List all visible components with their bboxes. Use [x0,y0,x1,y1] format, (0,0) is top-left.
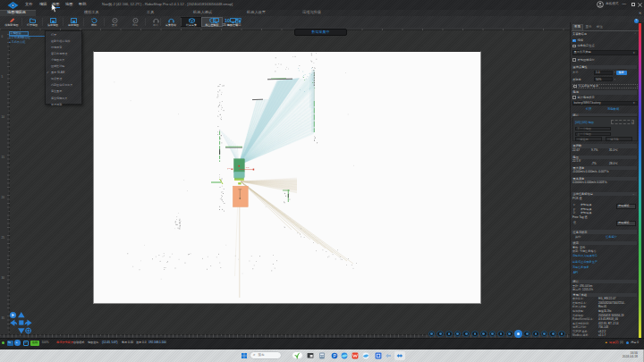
svg-text:0.0: 0.0 [246,166,250,169]
svg-text:0.0: 0.0 [227,167,231,170]
svg-text:10: 10 [225,18,230,23]
